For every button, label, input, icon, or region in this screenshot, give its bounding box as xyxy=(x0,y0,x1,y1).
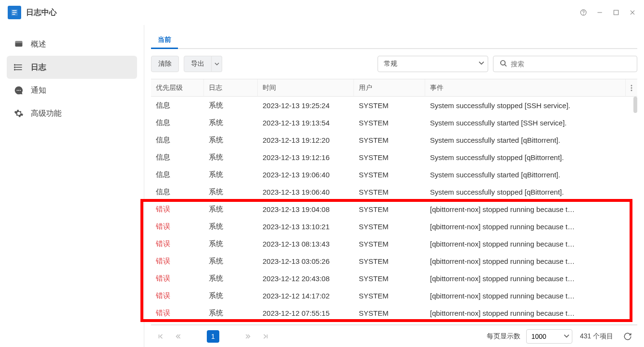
last-page[interactable] xyxy=(259,330,272,343)
pager: 1 每页显示数 431 个项目 xyxy=(151,325,637,347)
table-row[interactable]: 信息系统2023-12-13 19:12:16SYSTEMSystem succ… xyxy=(151,149,637,166)
cell-log: 系统 xyxy=(204,205,258,214)
sidebar-item-logs[interactable]: 日志 xyxy=(7,56,137,79)
total-items: 431 个项目 xyxy=(580,332,613,341)
cell-event: [qbittorrent-nox] stopped running becaus… xyxy=(425,240,637,248)
svg-rect-2 xyxy=(13,12,17,13)
cell-log: 系统 xyxy=(204,309,258,318)
cell-time: 2023-12-13 08:13:43 xyxy=(258,240,354,248)
notify-icon xyxy=(13,85,24,96)
cell-event: System successfully stopped [SSH service… xyxy=(425,101,637,110)
table-row[interactable]: 错误系统2023-12-13 03:05:26SYSTEM[qbittorren… xyxy=(151,252,637,270)
svg-rect-7 xyxy=(614,10,618,14)
table-row[interactable]: 错误系统2023-12-12 07:55:15SYSTEM[qbittorren… xyxy=(151,304,637,322)
table-row[interactable]: 错误系统2023-12-13 19:04:08SYSTEM[qbittorren… xyxy=(151,200,637,218)
cell-log: 系统 xyxy=(204,222,258,231)
scrollbar[interactable] xyxy=(633,97,637,113)
maximize-icon[interactable] xyxy=(612,9,620,16)
log-table: 优先层级 日志 时间 用户 事件 信息系统2023-12-13 19:25:24… xyxy=(151,79,637,325)
cell-log: 系统 xyxy=(204,274,258,283)
close-icon[interactable] xyxy=(629,9,636,16)
column-menu[interactable] xyxy=(626,79,637,96)
export-dropdown[interactable] xyxy=(212,56,222,72)
content: 当前 清除 导出 优先层级 日志 时间 xyxy=(144,25,644,347)
search-icon xyxy=(500,60,507,69)
refresh-button[interactable] xyxy=(621,330,634,343)
col-user[interactable]: 用户 xyxy=(354,79,425,96)
table-row[interactable]: 错误系统2023-12-12 14:17:02SYSTEM[qbittorren… xyxy=(151,287,637,304)
minimize-icon[interactable] xyxy=(596,9,604,16)
col-log[interactable]: 日志 xyxy=(204,79,258,96)
cell-user: SYSTEM xyxy=(354,223,425,231)
cell-level: 错误 xyxy=(151,222,204,231)
overview-icon xyxy=(13,39,24,50)
table-row[interactable]: 信息系统2023-12-13 19:13:54SYSTEMSystem succ… xyxy=(151,114,637,131)
table-header: 优先层级 日志 时间 用户 事件 xyxy=(151,79,637,97)
cell-event: [qbittorrent-nox] stopped running becaus… xyxy=(425,223,637,231)
next-page[interactable] xyxy=(241,330,255,343)
cell-level: 错误 xyxy=(151,291,204,300)
filter-combo[interactable] xyxy=(378,56,488,72)
cell-log: 系统 xyxy=(204,239,258,248)
sidebar: 概述 日志 通知 高级功能 xyxy=(0,25,144,347)
svg-line-22 xyxy=(505,64,506,66)
cell-log: 系统 xyxy=(204,170,258,179)
cell-time: 2023-12-13 13:10:21 xyxy=(258,223,354,231)
gear-icon xyxy=(13,108,24,119)
cell-time: 2023-12-13 19:04:08 xyxy=(258,205,354,213)
tab-current[interactable]: 当前 xyxy=(151,30,178,49)
col-level[interactable]: 优先层级 xyxy=(151,79,204,96)
table-row[interactable]: 信息系统2023-12-13 19:12:20SYSTEMSystem succ… xyxy=(151,131,637,149)
logs-icon xyxy=(13,62,24,73)
cell-level: 信息 xyxy=(151,187,204,197)
perpage-input[interactable] xyxy=(526,329,572,344)
table-row[interactable]: 错误系统2023-12-12 20:43:08SYSTEM[qbittorren… xyxy=(151,270,637,287)
svg-point-25 xyxy=(631,89,632,91)
cell-time: 2023-12-13 03:05:26 xyxy=(258,257,354,265)
col-event[interactable]: 事件 xyxy=(425,79,626,96)
cell-user: SYSTEM xyxy=(354,171,425,179)
cell-log: 系统 xyxy=(204,291,258,300)
cell-level: 错误 xyxy=(151,309,204,318)
sidebar-item-label: 概述 xyxy=(31,39,46,50)
table-row[interactable]: 错误系统2023-12-13 08:13:43SYSTEM[qbittorren… xyxy=(151,235,637,252)
svg-point-23 xyxy=(631,85,632,86)
table-row[interactable]: 信息系统2023-12-13 19:06:40SYSTEMSystem succ… xyxy=(151,166,637,183)
table-row[interactable]: 错误系统2023-12-13 13:10:21SYSTEM[qbittorren… xyxy=(151,218,637,235)
svg-point-19 xyxy=(18,90,19,91)
cell-log: 系统 xyxy=(204,136,258,145)
prev-page[interactable] xyxy=(171,330,185,343)
svg-point-17 xyxy=(14,69,15,70)
app-title: 日志中心 xyxy=(26,8,57,18)
sidebar-item-advanced[interactable]: 高级功能 xyxy=(7,102,137,125)
table-row[interactable]: 信息系统2023-12-13 19:25:24SYSTEMSystem succ… xyxy=(151,97,637,114)
sidebar-item-label: 通知 xyxy=(31,86,46,96)
first-page[interactable] xyxy=(154,330,167,343)
filter-input[interactable] xyxy=(378,56,488,72)
cell-level: 信息 xyxy=(151,118,204,127)
cell-time: 2023-12-12 20:43:08 xyxy=(258,274,354,283)
export-button[interactable]: 导出 xyxy=(184,56,212,72)
table-row[interactable]: 信息系统2023-12-13 19:06:40SYSTEMSystem succ… xyxy=(151,183,637,200)
page-number[interactable]: 1 xyxy=(207,330,219,343)
col-time[interactable]: 时间 xyxy=(258,79,354,96)
cell-level: 信息 xyxy=(151,153,204,162)
cell-user: SYSTEM xyxy=(354,205,425,213)
help-icon[interactable] xyxy=(580,9,587,16)
cell-user: SYSTEM xyxy=(354,188,425,196)
sidebar-item-overview[interactable]: 概述 xyxy=(7,33,137,56)
cell-level: 错误 xyxy=(151,205,204,214)
perpage-combo[interactable] xyxy=(526,329,572,344)
search-input[interactable] xyxy=(493,56,637,72)
cell-event: System successfully started [SSH service… xyxy=(425,119,637,127)
svg-point-16 xyxy=(14,67,15,68)
cell-time: 2023-12-12 07:55:15 xyxy=(258,309,354,317)
cell-time: 2023-12-13 19:06:40 xyxy=(258,171,354,179)
clear-button[interactable]: 清除 xyxy=(151,56,179,72)
cell-level: 信息 xyxy=(151,170,204,179)
cell-time: 2023-12-13 19:06:40 xyxy=(258,188,354,196)
cell-time: 2023-12-13 19:12:16 xyxy=(258,153,354,161)
cell-event: [qbittorrent-nox] stopped running becaus… xyxy=(425,205,637,213)
table-body[interactable]: 信息系统2023-12-13 19:25:24SYSTEMSystem succ… xyxy=(151,97,637,324)
sidebar-item-notify[interactable]: 通知 xyxy=(7,79,137,102)
